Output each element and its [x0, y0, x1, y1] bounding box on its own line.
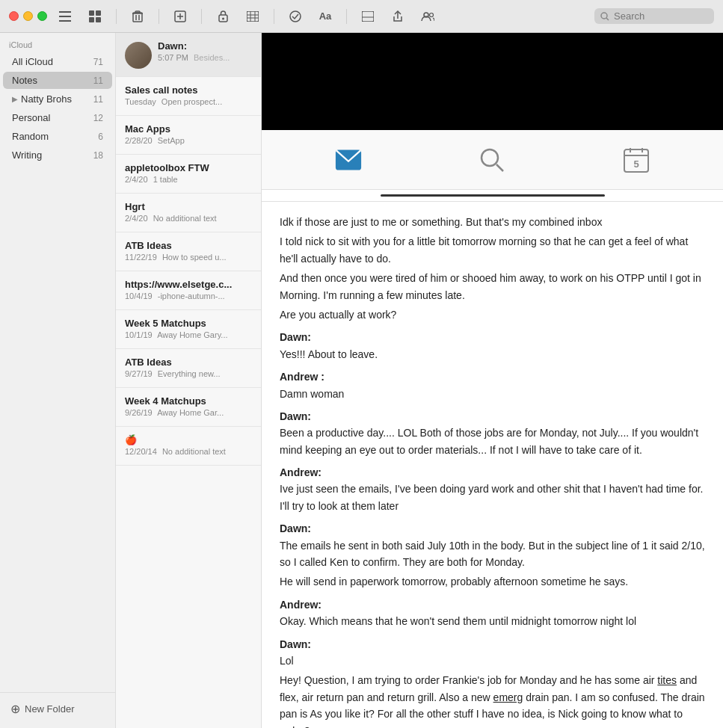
close-button[interactable] — [9, 11, 19, 21]
svg-rect-1 — [59, 16, 71, 17]
sidebar-item-random[interactable]: Random 6 — [3, 128, 112, 145]
new-note-button[interactable] — [168, 6, 192, 27]
lock-button[interactable] — [211, 6, 235, 27]
note-meta: 2/4/20 No additional text — [125, 214, 252, 223]
note-preview: Away Home Gar... — [157, 408, 224, 417]
separator — [116, 9, 117, 24]
note-date: 11/22/19 — [125, 253, 157, 262]
calendar-icon-button[interactable]: 5 — [618, 141, 655, 179]
sidebar-item-count: 18 — [88, 150, 103, 161]
note-item-atb-ideas-2[interactable]: ATB Ideas 9/27/19 Everything new... — [116, 349, 261, 388]
grid-view-button[interactable] — [83, 6, 107, 27]
svg-rect-9 — [135, 11, 140, 13]
table-button[interactable] — [241, 6, 265, 27]
mail-icon-button[interactable] — [330, 141, 367, 179]
note-item-sales[interactable]: Sales call notes Tuesday Open prospect..… — [116, 77, 261, 116]
search-bar[interactable] — [594, 8, 714, 24]
svg-text:5: 5 — [633, 158, 639, 170]
note-title: Sales call notes — [125, 84, 252, 96]
note-title: 🍎 — [125, 434, 252, 445]
text-format-button[interactable]: Aa — [313, 6, 337, 27]
note-title: Mac Apps — [125, 123, 252, 135]
note-meta: 2/4/20 1 table — [125, 175, 252, 184]
note-meta: 10/4/19 -iphone-autumn-... — [125, 291, 252, 300]
trash-button[interactable] — [126, 6, 150, 27]
sidebar-item-label: Random — [12, 131, 88, 142]
share-button[interactable] — [386, 6, 410, 27]
body-text: Yes!!! About to leave. — [280, 346, 705, 363]
note-date: 2/4/20 — [125, 175, 148, 184]
sidebar-item-natty-brohs[interactable]: ▶ Natty Brohs 11 — [3, 90, 112, 108]
note-date: 2/28/20 — [125, 136, 153, 145]
note-body[interactable]: Idk if those are just to me or something… — [262, 202, 723, 728]
note-item-apple[interactable]: 🍎 12/20/14 No additional text — [116, 427, 261, 466]
sidebar-item-all-icloud[interactable]: All iCloud 71 — [3, 53, 112, 70]
avatar-image — [125, 42, 152, 69]
note-meta: 9/27/19 Everything new... — [125, 369, 252, 378]
note-item-week5[interactable]: Week 5 Matchups 10/1/19 Away Home Gary..… — [116, 310, 261, 349]
note-meta: 9/26/19 Away Home Gar... — [125, 408, 252, 417]
note-item-mac-apps[interactable]: Mac Apps 2/28/20 SetApp — [116, 116, 261, 155]
note-title: https://www.elsetge.c... — [125, 279, 252, 290]
note-item-content: Dawn: 5:07 PM Besides... — [158, 40, 230, 64]
search-input[interactable] — [614, 10, 704, 22]
sidebar-item-label: Natty Brohs — [21, 93, 88, 105]
note-title: Dawn: — [158, 40, 230, 52]
fullscreen-button[interactable] — [37, 11, 47, 21]
search-icon-button[interactable] — [473, 141, 511, 179]
note-item-atb-ideas-1[interactable]: ATB Ideas 11/22/19 How to speed u... — [116, 232, 261, 271]
new-folder-button[interactable]: ⊕ New Folder — [6, 699, 109, 719]
body-text: Been a productive day.... LOL Both of th… — [280, 425, 705, 458]
note-preview: -iphone-autumn-... — [158, 291, 225, 300]
body-text: Lol — [280, 653, 705, 669]
center-divider-row — [262, 190, 723, 202]
body-text: I told nick to sit with you for a little… — [280, 233, 705, 267]
note-preview: 1 table — [153, 175, 178, 184]
sidebar-footer: ⊕ New Folder — [0, 692, 115, 728]
titlebar: Aa — [0, 0, 723, 33]
note-item-elsetge[interactable]: https://www.elsetge.c... 10/4/19 -iphone… — [116, 271, 261, 310]
sidebar-item-count: 71 — [88, 57, 103, 67]
sidebar: iCloud All iCloud 71 Notes 11 ▶ Natty Br… — [0, 33, 116, 728]
speaker-label: Dawn: — [280, 329, 705, 345]
note-preview: No additional text — [162, 447, 226, 456]
note-date: 12/20/14 — [125, 447, 157, 456]
sidebar-item-notes[interactable]: Notes 11 — [3, 72, 112, 89]
plus-icon: ⊕ — [10, 702, 20, 716]
note-meta: 10/1/19 Away Home Gary... — [125, 330, 252, 339]
note-meta: Tuesday Open prospect... — [125, 97, 252, 106]
gallery-button[interactable] — [356, 6, 380, 27]
note-item-dawn[interactable]: Dawn: 5:07 PM Besides... — [116, 33, 261, 77]
body-text: Ive just seen the emails, I've been doin… — [280, 481, 705, 514]
speaker-label: Dawn: — [280, 520, 705, 537]
svg-rect-0 — [59, 11, 71, 13]
note-date: 9/27/19 — [125, 369, 153, 378]
svg-rect-17 — [247, 11, 259, 22]
note-preview: Away Home Gary... — [157, 330, 227, 339]
body-text: Are you actually at work? — [280, 306, 705, 323]
separator5 — [346, 9, 347, 24]
chevron-right-icon: ▶ — [12, 95, 18, 103]
note-preview: No additional text — [153, 214, 217, 223]
note-title: Week 4 Matchups — [125, 395, 252, 407]
note-date: 9/26/19 — [125, 408, 153, 417]
body-text: Damn woman — [280, 386, 705, 402]
sidebar-item-personal[interactable]: Personal 12 — [3, 109, 112, 126]
check-button[interactable] — [283, 6, 307, 27]
note-item-appletoolbox[interactable]: appletoolbox FTW 2/4/20 1 table — [116, 155, 261, 194]
avatar — [125, 42, 152, 69]
note-meta: 5:07 PM Besides... — [158, 53, 230, 62]
sidebar-toggle-button[interactable] — [53, 6, 77, 27]
sidebar-item-label: All iCloud — [12, 56, 88, 67]
note-item-week4[interactable]: Week 4 Matchups 9/26/19 Away Home Gar... — [116, 388, 261, 427]
notes-list: Dawn: 5:07 PM Besides... Sales call note… — [116, 33, 262, 728]
minimize-button[interactable] — [23, 11, 33, 21]
contacts-button[interactable] — [416, 6, 440, 27]
svg-point-30 — [482, 149, 498, 166]
main-area: iCloud All iCloud 71 Notes 11 ▶ Natty Br… — [0, 33, 723, 728]
sidebar-item-writing[interactable]: Writing 18 — [3, 146, 112, 164]
speaker-label: Andrew: — [280, 596, 705, 613]
sidebar-item-count: 11 — [88, 94, 103, 105]
note-item-hgrt[interactable]: Hgrt 2/4/20 No additional text — [116, 194, 261, 232]
svg-point-26 — [430, 13, 434, 16]
